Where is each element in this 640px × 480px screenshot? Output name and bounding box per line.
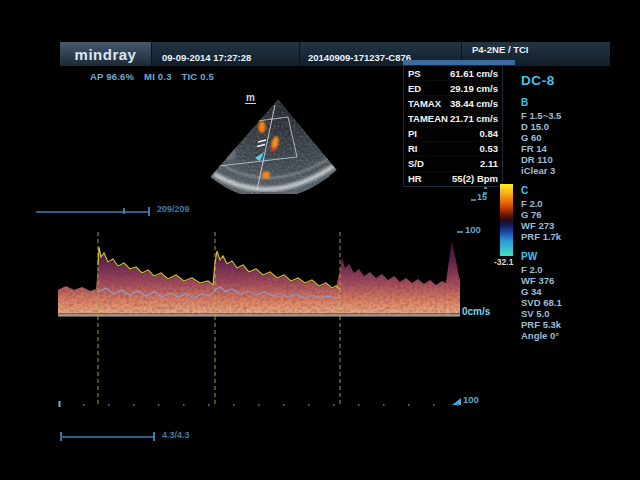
result-row: S/D 2.11: [404, 157, 502, 172]
result-value: 0.84: [480, 128, 499, 139]
section-c-label: C: [521, 185, 636, 198]
result-label: ED: [408, 83, 421, 94]
param-item: PRF 5.3k: [521, 319, 636, 330]
param-item: Angle 0°: [521, 330, 636, 341]
param-item: F 1.5~3.5: [521, 110, 636, 121]
section-b-label: B: [521, 97, 636, 110]
param-item: G 34: [521, 286, 636, 297]
result-value: 38.44 cm/s: [450, 98, 498, 109]
bmode-image: [200, 82, 340, 194]
section-pw-label: PW: [521, 251, 636, 264]
top-bar: mindray 09-09-2014 17:27:28 20140909-171…: [60, 42, 610, 66]
probe-preset-text: P4-2NE / TCI: [472, 44, 529, 55]
cine-progress-end: [148, 207, 150, 216]
velocity-scale-top-label: 100: [465, 224, 481, 235]
cine-progress-track: [36, 211, 150, 213]
depth-scale-label: 15: [477, 192, 487, 202]
result-label: TAMEAN: [408, 113, 448, 124]
baseline-line: [58, 314, 460, 316]
parameter-sidebar: DC-8 B F 1.5~3.5 D 15.0 G 60 FR 14 DR 11…: [521, 73, 636, 341]
result-label: PI: [408, 128, 417, 139]
result-row: PS 61.61 cm/s: [404, 66, 502, 81]
depth-tick: [484, 187, 487, 189]
result-value: 55(2) Bpm: [452, 173, 498, 184]
result-row: TAMEAN 21.71 cm/s: [404, 111, 502, 126]
spectral-doppler-display: [58, 230, 460, 408]
datetime-text: 09-09-2014 17:27:28: [162, 52, 251, 63]
baseline-shadow: [58, 313, 460, 314]
param-item: SV 5.0: [521, 308, 636, 319]
result-label: HR: [408, 173, 422, 184]
acoustic-output-status: AP 96.6% MI 0.3 TIC 0.5: [90, 71, 221, 82]
param-item: F 2.0: [521, 264, 636, 275]
depth-tick: [471, 199, 476, 201]
color-param-section: C F 2.0 G 76 WF 273 PRF 1.7k: [521, 185, 636, 242]
exam-id-text: 20140909-171237-C876: [308, 52, 411, 63]
sweep-time-bar: [60, 431, 220, 443]
datetime: 09-09-2014 17:27:28: [152, 42, 300, 66]
result-value: 29.19 cm/s: [450, 83, 498, 94]
result-value: 0.53: [480, 143, 499, 154]
param-item: G 76: [521, 209, 636, 220]
result-label: PS: [408, 68, 421, 79]
param-item: G 60: [521, 132, 636, 143]
sweep-bar-track: [60, 436, 155, 438]
bmode-param-section: B F 1.5~3.5 D 15.0 G 60 FR 14 DR 110 iCl…: [521, 97, 636, 176]
result-label: RI: [408, 143, 418, 154]
result-value: 2.11: [480, 158, 498, 169]
brand-logo: mindray: [60, 42, 152, 66]
result-row: RI 0.53: [404, 142, 502, 157]
pw-param-section: PW F 2.0 WF 376 G 34 SVD 68.1 SV 5.0 PRF…: [521, 251, 636, 341]
result-value: 61.61 cm/s: [450, 68, 498, 79]
tic-value: TIC 0.5: [182, 71, 215, 82]
cine-progress-marker[interactable]: [123, 208, 125, 214]
param-item: DR 110: [521, 154, 636, 165]
ultrasound-screen: mindray 09-09-2014 17:27:28 20140909-171…: [0, 0, 640, 480]
param-item: WF 273: [521, 220, 636, 231]
result-label: S/D: [408, 158, 424, 169]
result-row: PI 0.84: [404, 127, 502, 142]
result-row: ED 29.19 cm/s: [404, 81, 502, 96]
param-item: PRF 1.7k: [521, 231, 636, 242]
result-row: HR 55(2) Bpm: [404, 172, 502, 186]
ap-value: AP 96.6%: [90, 71, 134, 82]
color-doppler-scale-bar: [500, 184, 513, 256]
param-item: F 2.0: [521, 198, 636, 209]
system-model-label: DC-8: [521, 73, 636, 88]
result-label: TAMAX: [408, 98, 441, 109]
color-scale-min-label: -32.1: [494, 257, 513, 267]
measurement-results-panel: PS 61.61 cm/s ED 29.19 cm/s TAMAX 38.44 …: [403, 65, 503, 187]
param-item: iClear 3: [521, 165, 636, 176]
cine-frame-counter: 209/209: [157, 204, 190, 214]
param-item: SVD 68.1: [521, 297, 636, 308]
sweep-bar-end: [153, 432, 155, 441]
param-item: FR 14: [521, 143, 636, 154]
result-row: TAMAX 38.44 cm/s: [404, 96, 502, 111]
brand-logo-text: mindray: [75, 46, 137, 63]
mi-value: MI 0.3: [144, 71, 172, 82]
param-item: WF 376: [521, 275, 636, 286]
result-value: 21.71 cm/s: [450, 113, 498, 124]
sweep-time-label: 4.3/4.3: [162, 430, 190, 440]
param-item: D 15.0: [521, 121, 636, 132]
doppler-noise: [58, 230, 460, 408]
velocity-scale-bottom-label: 100: [463, 394, 479, 405]
baseline-velocity-label: 0cm/s: [462, 306, 490, 317]
